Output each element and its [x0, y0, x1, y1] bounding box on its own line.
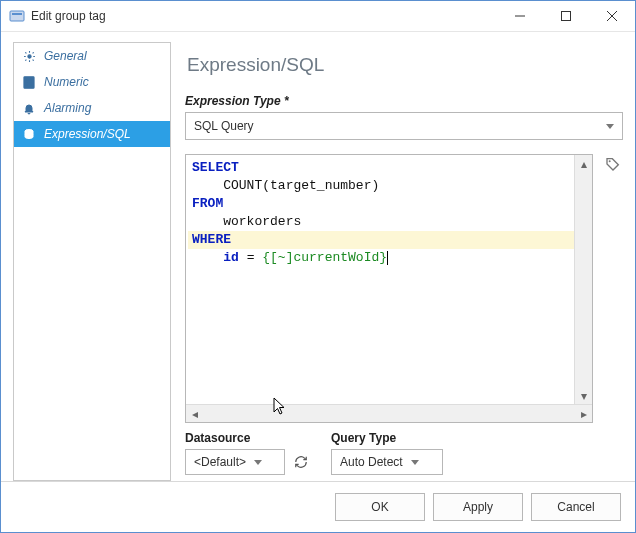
datasource-label: Datasource [185, 431, 311, 445]
datasource-value: <Default> [194, 455, 246, 469]
app-icon [9, 8, 25, 24]
sidebar-item-expression-sql[interactable]: Expression/SQL [14, 121, 170, 147]
svg-point-14 [609, 160, 611, 162]
query-type-value: Auto Detect [340, 455, 403, 469]
sql-code[interactable]: SELECT COUNT(target_number) FROM workord… [186, 155, 574, 404]
calculator-icon [22, 75, 36, 89]
titlebar: Edit group tag [1, 1, 635, 32]
ok-button[interactable]: OK [335, 493, 425, 521]
apply-button[interactable]: Apply [433, 493, 523, 521]
sidebar-item-label: General [44, 49, 87, 63]
editor-horizontal-scrollbar[interactable]: ◂ ▸ [186, 404, 592, 422]
database-icon [22, 127, 36, 141]
scroll-up-icon[interactable]: ▴ [575, 155, 592, 172]
close-button[interactable] [589, 1, 635, 31]
expression-type-value: SQL Query [194, 119, 254, 133]
sidebar-item-general[interactable]: General [14, 43, 170, 69]
sidebar-item-numeric[interactable]: Numeric [14, 69, 170, 95]
insert-tag-button[interactable] [603, 154, 623, 174]
svg-rect-0 [10, 11, 24, 21]
sidebar-item-label: Expression/SQL [44, 127, 131, 141]
query-type-select[interactable]: Auto Detect [331, 449, 443, 475]
svg-point-6 [27, 54, 30, 57]
sidebar-item-label: Numeric [44, 75, 89, 89]
chevron-down-icon [606, 124, 614, 129]
maximize-button[interactable] [543, 1, 589, 31]
minimize-button[interactable] [497, 1, 543, 31]
main-panel: Expression/SQL Expression Type * SQL Que… [185, 42, 623, 481]
expression-type-label: Expression Type * [185, 94, 623, 108]
query-type-label: Query Type [331, 431, 443, 445]
refresh-datasource-button[interactable] [291, 450, 311, 474]
dialog-window: Edit group tag General [0, 0, 636, 533]
scroll-left-icon[interactable]: ◂ [186, 405, 203, 422]
bell-icon [22, 101, 36, 115]
svg-rect-1 [12, 13, 22, 15]
sidebar-item-label: Alarming [44, 101, 91, 115]
sidebar: General Numeric Alarming [13, 42, 171, 481]
chevron-down-icon [254, 460, 262, 465]
cancel-button[interactable]: Cancel [531, 493, 621, 521]
sidebar-item-alarming[interactable]: Alarming [14, 95, 170, 121]
expression-type-select[interactable]: SQL Query [185, 112, 623, 140]
datasource-select[interactable]: <Default> [185, 449, 285, 475]
dialog-footer: OK Apply Cancel [1, 481, 635, 532]
sql-editor[interactable]: SELECT COUNT(target_number) FROM workord… [185, 154, 593, 423]
scroll-right-icon[interactable]: ▸ [575, 405, 592, 422]
gear-icon [22, 49, 36, 63]
scroll-down-icon[interactable]: ▾ [575, 387, 592, 404]
chevron-down-icon [411, 460, 419, 465]
svg-rect-3 [562, 12, 571, 21]
panel-title: Expression/SQL [185, 42, 623, 94]
window-title: Edit group tag [31, 9, 106, 23]
editor-vertical-scrollbar[interactable]: ▴ ▾ [574, 155, 592, 404]
svg-rect-7 [24, 76, 34, 88]
